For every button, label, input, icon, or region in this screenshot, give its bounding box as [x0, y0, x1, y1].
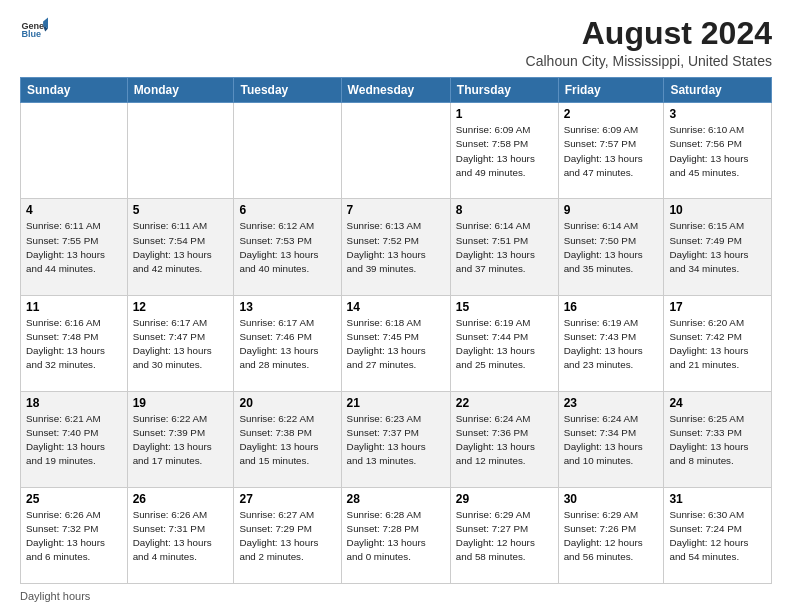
footer: Daylight hours	[20, 590, 772, 602]
calendar-header-thursday: Thursday	[450, 78, 558, 103]
calendar-cell: 16Sunrise: 6:19 AMSunset: 7:43 PMDayligh…	[558, 295, 664, 391]
day-number: 3	[669, 107, 766, 121]
calendar-cell: 30Sunrise: 6:29 AMSunset: 7:26 PMDayligh…	[558, 487, 664, 583]
day-number: 1	[456, 107, 553, 121]
calendar-week-3: 18Sunrise: 6:21 AMSunset: 7:40 PMDayligh…	[21, 391, 772, 487]
day-info: Sunrise: 6:27 AMSunset: 7:29 PMDaylight:…	[239, 508, 335, 565]
day-info: Sunrise: 6:24 AMSunset: 7:36 PMDaylight:…	[456, 412, 553, 469]
day-number: 22	[456, 396, 553, 410]
day-info: Sunrise: 6:14 AMSunset: 7:50 PMDaylight:…	[564, 219, 659, 276]
day-number: 5	[133, 203, 229, 217]
calendar-cell: 23Sunrise: 6:24 AMSunset: 7:34 PMDayligh…	[558, 391, 664, 487]
day-number: 6	[239, 203, 335, 217]
calendar-cell: 10Sunrise: 6:15 AMSunset: 7:49 PMDayligh…	[664, 199, 772, 295]
day-info: Sunrise: 6:23 AMSunset: 7:37 PMDaylight:…	[347, 412, 445, 469]
main-title: August 2024	[526, 16, 772, 51]
day-info: Sunrise: 6:11 AMSunset: 7:54 PMDaylight:…	[133, 219, 229, 276]
calendar-cell: 19Sunrise: 6:22 AMSunset: 7:39 PMDayligh…	[127, 391, 234, 487]
day-number: 23	[564, 396, 659, 410]
calendar-cell: 24Sunrise: 6:25 AMSunset: 7:33 PMDayligh…	[664, 391, 772, 487]
calendar-week-0: 1Sunrise: 6:09 AMSunset: 7:58 PMDaylight…	[21, 103, 772, 199]
calendar-cell: 21Sunrise: 6:23 AMSunset: 7:37 PMDayligh…	[341, 391, 450, 487]
calendar-cell: 6Sunrise: 6:12 AMSunset: 7:53 PMDaylight…	[234, 199, 341, 295]
day-info: Sunrise: 6:26 AMSunset: 7:31 PMDaylight:…	[133, 508, 229, 565]
calendar-cell: 11Sunrise: 6:16 AMSunset: 7:48 PMDayligh…	[21, 295, 128, 391]
day-number: 25	[26, 492, 122, 506]
calendar-cell	[234, 103, 341, 199]
calendar-week-4: 25Sunrise: 6:26 AMSunset: 7:32 PMDayligh…	[21, 487, 772, 583]
calendar-cell: 5Sunrise: 6:11 AMSunset: 7:54 PMDaylight…	[127, 199, 234, 295]
day-number: 13	[239, 300, 335, 314]
day-number: 21	[347, 396, 445, 410]
calendar-table: SundayMondayTuesdayWednesdayThursdayFrid…	[20, 77, 772, 584]
calendar-cell: 31Sunrise: 6:30 AMSunset: 7:24 PMDayligh…	[664, 487, 772, 583]
footer-text: Daylight hours	[20, 590, 90, 602]
header: General Blue August 2024 Calhoun City, M…	[20, 16, 772, 69]
subtitle: Calhoun City, Mississippi, United States	[526, 53, 772, 69]
calendar-header-saturday: Saturday	[664, 78, 772, 103]
day-info: Sunrise: 6:13 AMSunset: 7:52 PMDaylight:…	[347, 219, 445, 276]
day-info: Sunrise: 6:26 AMSunset: 7:32 PMDaylight:…	[26, 508, 122, 565]
calendar-cell: 8Sunrise: 6:14 AMSunset: 7:51 PMDaylight…	[450, 199, 558, 295]
day-number: 8	[456, 203, 553, 217]
calendar-cell: 1Sunrise: 6:09 AMSunset: 7:58 PMDaylight…	[450, 103, 558, 199]
day-number: 11	[26, 300, 122, 314]
logo: General Blue	[20, 16, 48, 44]
day-info: Sunrise: 6:30 AMSunset: 7:24 PMDaylight:…	[669, 508, 766, 565]
day-number: 27	[239, 492, 335, 506]
calendar-header-row: SundayMondayTuesdayWednesdayThursdayFrid…	[21, 78, 772, 103]
day-number: 14	[347, 300, 445, 314]
day-info: Sunrise: 6:20 AMSunset: 7:42 PMDaylight:…	[669, 316, 766, 373]
day-info: Sunrise: 6:22 AMSunset: 7:38 PMDaylight:…	[239, 412, 335, 469]
calendar-header-sunday: Sunday	[21, 78, 128, 103]
day-info: Sunrise: 6:18 AMSunset: 7:45 PMDaylight:…	[347, 316, 445, 373]
calendar-cell: 12Sunrise: 6:17 AMSunset: 7:47 PMDayligh…	[127, 295, 234, 391]
calendar-cell	[341, 103, 450, 199]
day-number: 30	[564, 492, 659, 506]
calendar-cell: 2Sunrise: 6:09 AMSunset: 7:57 PMDaylight…	[558, 103, 664, 199]
calendar-cell: 9Sunrise: 6:14 AMSunset: 7:50 PMDaylight…	[558, 199, 664, 295]
day-info: Sunrise: 6:11 AMSunset: 7:55 PMDaylight:…	[26, 219, 122, 276]
day-number: 18	[26, 396, 122, 410]
day-info: Sunrise: 6:16 AMSunset: 7:48 PMDaylight:…	[26, 316, 122, 373]
day-number: 16	[564, 300, 659, 314]
day-info: Sunrise: 6:22 AMSunset: 7:39 PMDaylight:…	[133, 412, 229, 469]
day-info: Sunrise: 6:12 AMSunset: 7:53 PMDaylight:…	[239, 219, 335, 276]
calendar-cell: 17Sunrise: 6:20 AMSunset: 7:42 PMDayligh…	[664, 295, 772, 391]
day-number: 29	[456, 492, 553, 506]
calendar-cell: 26Sunrise: 6:26 AMSunset: 7:31 PMDayligh…	[127, 487, 234, 583]
day-number: 20	[239, 396, 335, 410]
title-area: August 2024 Calhoun City, Mississippi, U…	[526, 16, 772, 69]
calendar-cell: 4Sunrise: 6:11 AMSunset: 7:55 PMDaylight…	[21, 199, 128, 295]
day-number: 28	[347, 492, 445, 506]
calendar-header-monday: Monday	[127, 78, 234, 103]
day-number: 15	[456, 300, 553, 314]
day-number: 26	[133, 492, 229, 506]
calendar-cell: 7Sunrise: 6:13 AMSunset: 7:52 PMDaylight…	[341, 199, 450, 295]
calendar-cell: 14Sunrise: 6:18 AMSunset: 7:45 PMDayligh…	[341, 295, 450, 391]
calendar-cell: 28Sunrise: 6:28 AMSunset: 7:28 PMDayligh…	[341, 487, 450, 583]
day-number: 4	[26, 203, 122, 217]
calendar-cell: 20Sunrise: 6:22 AMSunset: 7:38 PMDayligh…	[234, 391, 341, 487]
calendar-cell: 13Sunrise: 6:17 AMSunset: 7:46 PMDayligh…	[234, 295, 341, 391]
day-number: 2	[564, 107, 659, 121]
calendar-cell	[127, 103, 234, 199]
calendar-week-2: 11Sunrise: 6:16 AMSunset: 7:48 PMDayligh…	[21, 295, 772, 391]
day-info: Sunrise: 6:14 AMSunset: 7:51 PMDaylight:…	[456, 219, 553, 276]
day-info: Sunrise: 6:25 AMSunset: 7:33 PMDaylight:…	[669, 412, 766, 469]
day-info: Sunrise: 6:29 AMSunset: 7:26 PMDaylight:…	[564, 508, 659, 565]
day-info: Sunrise: 6:15 AMSunset: 7:49 PMDaylight:…	[669, 219, 766, 276]
day-number: 17	[669, 300, 766, 314]
day-number: 12	[133, 300, 229, 314]
calendar-cell: 25Sunrise: 6:26 AMSunset: 7:32 PMDayligh…	[21, 487, 128, 583]
day-info: Sunrise: 6:24 AMSunset: 7:34 PMDaylight:…	[564, 412, 659, 469]
day-info: Sunrise: 6:17 AMSunset: 7:46 PMDaylight:…	[239, 316, 335, 373]
calendar-cell	[21, 103, 128, 199]
day-info: Sunrise: 6:28 AMSunset: 7:28 PMDaylight:…	[347, 508, 445, 565]
day-info: Sunrise: 6:17 AMSunset: 7:47 PMDaylight:…	[133, 316, 229, 373]
day-info: Sunrise: 6:21 AMSunset: 7:40 PMDaylight:…	[26, 412, 122, 469]
calendar-header-tuesday: Tuesday	[234, 78, 341, 103]
page: General Blue August 2024 Calhoun City, M…	[0, 0, 792, 612]
calendar-cell: 18Sunrise: 6:21 AMSunset: 7:40 PMDayligh…	[21, 391, 128, 487]
calendar-body: 1Sunrise: 6:09 AMSunset: 7:58 PMDaylight…	[21, 103, 772, 584]
